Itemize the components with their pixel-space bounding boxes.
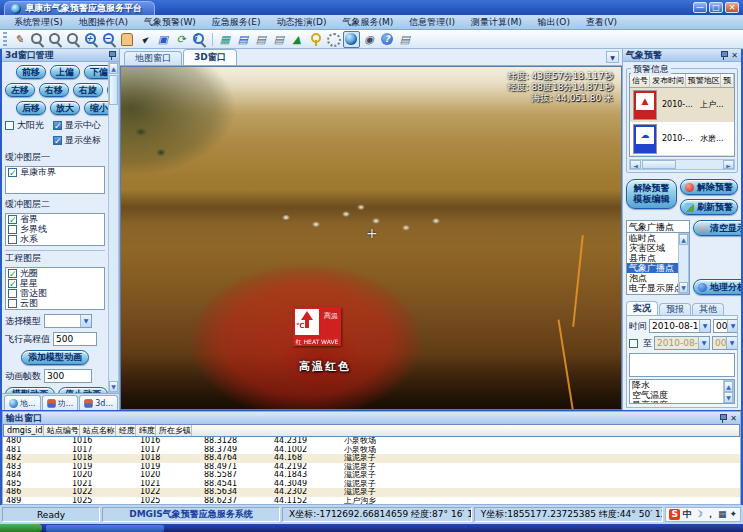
- scroll-thumb[interactable]: [642, 160, 676, 169]
- tab-list-chevron-icon[interactable]: ▼: [606, 51, 619, 63]
- minimize-button[interactable]: —: [693, 2, 707, 13]
- broadcast-selected-value[interactable]: 气象广播点: [626, 220, 690, 233]
- chevron-down-icon[interactable]: ▼: [698, 337, 709, 349]
- terrain-3d-viewport[interactable]: 纬度: 43度57分18.117秒 经度: 88度18分14.871秒 海拔: …: [120, 66, 622, 410]
- scroll-up-icon[interactable]: ▲: [724, 381, 733, 392]
- menu-item[interactable]: 应急服务(E): [204, 15, 269, 29]
- settings-gear-icon[interactable]: [325, 31, 342, 48]
- layer-item[interactable]: ✓阜康市界: [6, 167, 104, 177]
- menu-item[interactable]: 动态推演(D): [269, 15, 335, 29]
- cancel-warning-button[interactable]: 解除预警: [680, 179, 738, 195]
- menu-item[interactable]: 测量计算(M): [463, 15, 530, 29]
- close-output-icon[interactable]: ✕: [730, 414, 737, 423]
- nav-button[interactable]: 右旋: [73, 83, 103, 97]
- table-row[interactable]: 489 1025 1025 88.6237 44.1152 上户沟乡: [3, 497, 740, 505]
- chevron-down-icon[interactable]: ▼: [80, 315, 91, 327]
- broadcast-list-item[interactable]: 气象广播点: [627, 263, 678, 273]
- layer-item[interactable]: 水系: [6, 234, 104, 244]
- weather-tab[interactable]: 其他: [692, 303, 724, 315]
- table-row[interactable]: 484 1020 1020 88.5587 44.1843 滋泥泉子: [3, 471, 740, 480]
- doc-icon[interactable]: ▤: [397, 31, 414, 48]
- menu-item[interactable]: 信息管理(I): [401, 15, 463, 29]
- green-marker-icon[interactable]: ▲: [289, 31, 306, 48]
- select-arrow-icon[interactable]: ►: [137, 31, 154, 48]
- scroll-up-icon[interactable]: ▲: [109, 63, 118, 74]
- nav-button[interactable]: 放大: [50, 101, 80, 115]
- pan-hand-icon[interactable]: [119, 31, 136, 48]
- model-animation-button[interactable]: 模型动画: [5, 387, 55, 393]
- close-button[interactable]: ✕: [725, 2, 739, 13]
- column-header[interactable]: 站点编号: [44, 425, 80, 436]
- start-button-sliver[interactable]: [0, 524, 42, 532]
- scroll-left-icon[interactable]: ◄: [630, 160, 641, 169]
- panel-tab[interactable]: 3d...: [79, 395, 118, 410]
- weather-element-item[interactable]: 空气温度: [630, 390, 723, 400]
- stop-animation-button[interactable]: 停止动画: [58, 387, 108, 393]
- pin-icon[interactable]: [108, 51, 116, 60]
- column-header[interactable]: 纬度: [136, 425, 156, 436]
- zoom-out-icon[interactable]: −: [101, 31, 118, 48]
- menu-item[interactable]: 气象预警(W): [136, 15, 204, 29]
- nav-button[interactable]: 上偏: [50, 65, 80, 79]
- tab-3d-window[interactable]: 3D窗口: [183, 49, 237, 65]
- wrench-icon[interactable]: ✦: [729, 509, 737, 520]
- cancel-warning-template-edit-button[interactable]: 解除预警模板编辑: [626, 179, 677, 209]
- weather-tab[interactable]: 预报: [659, 303, 691, 315]
- refresh-icon[interactable]: ⟳: [173, 31, 190, 48]
- to-date-checkbox[interactable]: [629, 339, 638, 348]
- column-header[interactable]: 所在乡镇: [156, 425, 192, 436]
- warning-column-header[interactable]: 预: [721, 74, 734, 87]
- column-header[interactable]: dmgis_id: [4, 425, 44, 436]
- hour-to-select[interactable]: 00▼: [712, 336, 738, 350]
- chinese-mode-icon[interactable]: 中: [683, 509, 692, 520]
- weather-element-item[interactable]: 最高温度: [630, 400, 723, 403]
- measure-icon[interactable]: ✎: [11, 31, 28, 48]
- table-row[interactable]: 485 1021 1021 88.4541 44.3049 滋泥泉子: [3, 480, 740, 489]
- date-to-select[interactable]: 2010-08-13▼: [654, 336, 710, 350]
- scroll-thumb[interactable]: [109, 75, 118, 105]
- warning-row-heat[interactable]: ▲ 2010-... 上户...: [630, 88, 734, 122]
- warning-hscrollbar[interactable]: ◄ ►: [629, 159, 735, 170]
- nav-button[interactable]: 左移: [5, 83, 35, 97]
- maximize-button[interactable]: □: [709, 2, 723, 13]
- keyboard-icon[interactable]: ▦: [718, 509, 727, 520]
- print-icon[interactable]: ▤: [253, 31, 270, 48]
- full-extent-icon[interactable]: ▣: [155, 31, 172, 48]
- broadcast-list-item[interactable]: 灾害区域: [627, 243, 678, 253]
- identify-icon[interactable]: i: [191, 31, 208, 48]
- clear-display-button[interactable]: 清空显示: [693, 220, 741, 236]
- element-vscrollbar[interactable]: ▲ ▼: [723, 380, 734, 403]
- frame-count-input[interactable]: [44, 369, 92, 383]
- nav-button[interactable]: 前移: [16, 65, 46, 79]
- pin-icon[interactable]: [720, 51, 728, 60]
- broadcast-vscrollbar[interactable]: ▲ ▼: [678, 233, 689, 294]
- scroll-up-icon[interactable]: ▲: [679, 234, 688, 245]
- menu-item[interactable]: 气象服务(M): [335, 15, 402, 29]
- menu-item[interactable]: 系统管理(S): [6, 15, 71, 29]
- menu-item[interactable]: 地图操作(A): [71, 15, 136, 29]
- panel-tab[interactable]: 功...: [42, 395, 79, 410]
- globe-3d-icon[interactable]: [343, 31, 360, 48]
- menu-item[interactable]: 输出(O): [530, 15, 578, 29]
- table-row[interactable]: 480 1016 1016 88.3128 44.2319 小泉牧场: [3, 437, 740, 446]
- weather-tab[interactable]: 实况: [626, 301, 658, 315]
- chevron-down-icon[interactable]: ▼: [727, 320, 738, 332]
- table-row[interactable]: 482 1018 1018 88.4764 44.168 滋泥泉子: [3, 454, 740, 463]
- eye-icon[interactable]: ◉: [361, 31, 378, 48]
- chevron-down-icon[interactable]: ▼: [699, 320, 710, 332]
- light-key-icon[interactable]: [307, 31, 324, 48]
- heat-wave-warning-icon[interactable]: ℃ 高温 红 HEAT WAVE: [293, 307, 341, 347]
- zoom-pointer-icon[interactable]: [47, 31, 64, 48]
- app-title-tab[interactable]: 阜康市气象预警应急服务平台: [4, 1, 155, 15]
- broadcast-list-item[interactable]: 电子显示屏点: [627, 283, 678, 293]
- geo-analysis-button[interactable]: 地理分析: [693, 279, 741, 295]
- punctuation-icon[interactable]: ，: [706, 509, 715, 520]
- layer-item[interactable]: 云图: [6, 298, 104, 308]
- broadcast-list-item[interactable]: 县市点: [627, 253, 678, 263]
- flight-elevation-input[interactable]: [53, 332, 97, 346]
- left-vscrollbar[interactable]: ▲ ▼: [108, 62, 119, 393]
- map-image-icon[interactable]: ▦: [217, 31, 234, 48]
- zoom-in-icon[interactable]: +: [83, 31, 100, 48]
- export-image-icon[interactable]: ▤: [235, 31, 252, 48]
- model-select[interactable]: ▼: [44, 314, 92, 328]
